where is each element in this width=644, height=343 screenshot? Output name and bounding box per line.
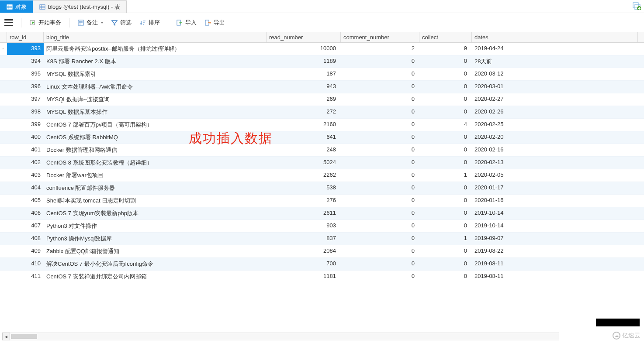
cell-blog-title[interactable]: 解决CentOS 7 最小化安装后无ifconfig命令 — [44, 258, 267, 270]
cell-read-number[interactable]: 187 — [267, 68, 341, 80]
cell-read-number[interactable]: 5024 — [267, 157, 341, 169]
cell-collect[interactable]: 0 — [419, 144, 472, 156]
table-row[interactable]: 403Docker 部署war包项目2262012020-02-05 — [0, 169, 644, 182]
remark-button[interactable]: 备注 ▾ — [77, 19, 103, 27]
cell-read-number[interactable]: 1189 — [267, 55, 341, 68]
cell-blog-title[interactable]: CentOS 7 部署百万pv项目（高可用架构） — [44, 119, 267, 131]
cell-dates[interactable]: 2019-04-24 — [472, 43, 638, 55]
cell-blog-title[interactable]: Docker 数据管理和网络通信 — [44, 144, 267, 156]
header-comment-number[interactable]: comment_number — [341, 32, 419, 42]
header-read-number[interactable]: read_number — [267, 32, 341, 42]
cell-dates[interactable]: 2020-02-27 — [472, 93, 638, 106]
cell-read-number[interactable]: 276 — [267, 195, 341, 207]
cell-read-number[interactable]: 2160 — [267, 119, 341, 131]
cell-collect[interactable]: 0 — [419, 55, 472, 68]
cell-read-number[interactable]: 538 — [267, 182, 341, 194]
cell-row-id[interactable]: 398 — [7, 106, 44, 118]
cell-blog-title[interactable]: CentOS 7 实现yum安装最新php版本 — [44, 207, 267, 220]
table-row[interactable]: 397MYSQL数据库--连接查询269002020-02-27 — [0, 93, 644, 106]
cell-collect[interactable]: 1 — [419, 233, 472, 245]
cell-dates[interactable]: 2020-02-13 — [472, 157, 638, 169]
begin-transaction-button[interactable]: 开始事务 — [29, 19, 61, 27]
cell-read-number[interactable]: 700 — [267, 258, 341, 270]
table-row[interactable]: 396Linux 文本处理利器--Awk常用命令943002020-03-01 — [0, 81, 644, 93]
cell-comment-number[interactable]: 0 — [341, 157, 419, 169]
header-blog-title[interactable]: blog_title — [44, 32, 267, 42]
cell-row-id[interactable]: 410 — [7, 258, 44, 270]
cell-read-number[interactable]: 248 — [267, 144, 341, 156]
cell-comment-number[interactable]: 0 — [341, 271, 419, 283]
cell-collect[interactable]: 0 — [419, 245, 472, 257]
cell-blog-title[interactable]: 阿里云服务器安装postfix--邮箱服务（排坑过程详解） — [44, 43, 267, 55]
filter-button[interactable]: 筛选 — [111, 19, 132, 27]
cell-read-number[interactable]: 269 — [267, 93, 341, 106]
cell-read-number[interactable]: 2611 — [267, 207, 341, 220]
cell-comment-number[interactable]: 0 — [341, 93, 419, 106]
table-row[interactable]: 409Zabbix 配置QQ邮箱报警通知2084002019-08-22 — [0, 245, 644, 258]
cell-blog-title[interactable]: confluence 配置邮件服务器 — [44, 182, 267, 194]
sort-button[interactable]: 排序 — [139, 19, 160, 27]
cell-dates[interactable]: 28天前 — [472, 55, 638, 68]
cell-row-id[interactable]: 394 — [7, 55, 44, 68]
cell-dates[interactable]: 2020-02-05 — [472, 169, 638, 182]
cell-comment-number[interactable]: 0 — [341, 182, 419, 194]
cell-comment-number[interactable]: 0 — [341, 258, 419, 270]
cell-comment-number[interactable]: 0 — [341, 195, 419, 207]
cell-collect[interactable]: 0 — [419, 81, 472, 93]
cell-dates[interactable]: 2020-02-25 — [472, 119, 638, 131]
cell-collect[interactable]: 0 — [419, 258, 472, 270]
cell-collect[interactable]: 0 — [419, 220, 472, 232]
cell-blog-title[interactable]: Docker 部署war包项目 — [44, 169, 267, 182]
tab-blogs-table[interactable]: blogs @test (test-mysql) - 表 — [33, 0, 127, 13]
cell-row-id[interactable]: 406 — [7, 207, 44, 220]
cell-collect[interactable]: 0 — [419, 68, 472, 80]
cell-collect[interactable]: 0 — [419, 207, 472, 220]
cell-row-id[interactable]: 400 — [7, 131, 44, 144]
cell-row-id[interactable]: 408 — [7, 233, 44, 245]
cell-collect[interactable]: 0 — [419, 131, 472, 144]
cell-blog-title[interactable]: MYSQL 数据库索引 — [44, 68, 267, 80]
cell-dates[interactable]: 2020-01-16 — [472, 195, 638, 207]
cell-dates[interactable]: 2019-08-22 — [472, 245, 638, 257]
cell-collect[interactable]: 0 — [419, 271, 472, 283]
cell-collect[interactable]: 0 — [419, 157, 472, 169]
cell-dates[interactable]: 2020-01-17 — [472, 182, 638, 194]
table-row[interactable]: 407Python3 对文件操作903002019-10-14 — [0, 220, 644, 233]
cell-collect[interactable]: 9 — [419, 43, 472, 55]
cell-row-id[interactable]: 402 — [7, 157, 44, 169]
header-row-id[interactable]: row_id — [7, 32, 44, 42]
cell-row-id[interactable]: 409 — [7, 245, 44, 257]
cell-read-number[interactable]: 10000 — [267, 43, 341, 55]
table-row[interactable]: 400CentOS 系统部署 RabbitMQ641002020-02-20 — [0, 131, 644, 144]
table-row[interactable]: 405Shell脚本实现 tomcat 日志定时切割276002020-01-1… — [0, 195, 644, 207]
header-dates[interactable]: dates — [472, 32, 638, 42]
cell-comment-number[interactable]: 0 — [341, 245, 419, 257]
cell-row-id[interactable]: 396 — [7, 81, 44, 93]
cell-comment-number[interactable]: 0 — [341, 233, 419, 245]
cell-blog-title[interactable]: Python3 操作Mysql数据库 — [44, 233, 267, 245]
table-row[interactable]: 408Python3 操作Mysql数据库837012019-09-07 — [0, 233, 644, 245]
cell-comment-number[interactable]: 2 — [341, 43, 419, 55]
cell-collect[interactable]: 0 — [419, 106, 472, 118]
cell-dates[interactable]: 2019-10-14 — [472, 220, 638, 232]
cell-row-id[interactable]: 405 — [7, 195, 44, 207]
export-button[interactable]: 导出 — [204, 19, 225, 27]
cell-row-id[interactable]: 404 — [7, 182, 44, 194]
cell-blog-title[interactable]: Zabbix 配置QQ邮箱报警通知 — [44, 245, 267, 257]
table-row[interactable]: 404confluence 配置邮件服务器538002020-01-17 — [0, 182, 644, 195]
cell-collect[interactable]: 0 — [419, 182, 472, 194]
cell-row-id[interactable]: 411 — [7, 271, 44, 283]
table-row[interactable]: 399CentOS 7 部署百万pv项目（高可用架构）2160042020-02… — [0, 119, 644, 131]
table-row[interactable]: 401Docker 数据管理和网络通信248002020-02-16 — [0, 144, 644, 157]
table-row[interactable]: 411CentOS 7 安装禅道并绑定公司内网邮箱1181002019-08-1… — [0, 271, 644, 283]
cell-read-number[interactable]: 641 — [267, 131, 341, 144]
table-row[interactable]: 410解决CentOS 7 最小化安装后无ifconfig命令700002019… — [0, 258, 644, 271]
cell-dates[interactable]: 2019-08-11 — [472, 271, 638, 283]
scroll-track[interactable] — [10, 333, 559, 340]
cell-comment-number[interactable]: 0 — [341, 131, 419, 144]
cell-blog-title[interactable]: CentOS 系统部署 RabbitMQ — [44, 131, 267, 144]
cell-blog-title[interactable]: Shell脚本实现 tomcat 日志定时切割 — [44, 195, 267, 207]
menu-button[interactable] — [4, 19, 13, 26]
cell-comment-number[interactable]: 0 — [341, 55, 419, 68]
cell-read-number[interactable]: 2262 — [267, 169, 341, 182]
